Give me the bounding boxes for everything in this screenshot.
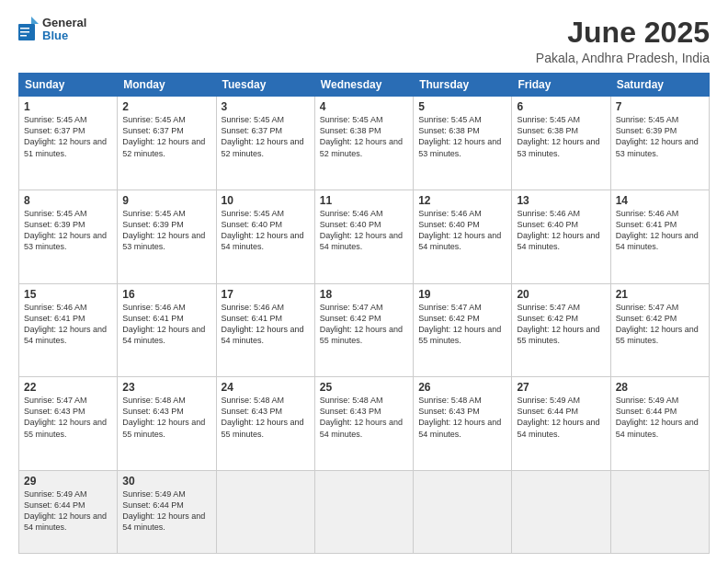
day-info: Sunrise: 5:45 AM Sunset: 6:39 PM Dayligh… <box>24 208 112 253</box>
day-number: 18 <box>320 288 408 301</box>
day-info: Sunrise: 5:48 AM Sunset: 6:43 PM Dayligh… <box>418 395 506 440</box>
day-info: Sunrise: 5:45 AM Sunset: 6:37 PM Dayligh… <box>122 114 210 159</box>
title-area: June 2025 Pakala, Andhra Pradesh, India <box>536 17 710 65</box>
daylight-label: Daylight: 12 hours and 55 minutes. <box>122 418 205 438</box>
daylight-label: Daylight: 12 hours and 53 minutes. <box>616 137 699 157</box>
sunset-label: Sunset: 6:40 PM <box>222 220 283 229</box>
sunset-label: Sunset: 6:42 PM <box>517 314 578 323</box>
calendar-cell: 4 Sunrise: 5:45 AM Sunset: 6:38 PM Dayli… <box>314 97 413 190</box>
day-number: 13 <box>517 194 605 207</box>
sunset-label: Sunset: 6:39 PM <box>122 220 184 229</box>
day-number: 14 <box>616 194 704 207</box>
daylight-label: Daylight: 12 hours and 55 minutes. <box>320 325 403 345</box>
calendar-cell: 19 Sunrise: 5:47 AM Sunset: 6:42 PM Dayl… <box>414 283 512 377</box>
day-number: 27 <box>517 381 605 394</box>
calendar-cell: 26 Sunrise: 5:48 AM Sunset: 6:43 PM Dayl… <box>414 377 512 471</box>
daylight-label: Daylight: 12 hours and 52 minutes. <box>122 137 205 157</box>
daylight-label: Daylight: 12 hours and 54 minutes. <box>616 231 699 251</box>
calendar-week-4: 22 Sunrise: 5:47 AM Sunset: 6:43 PM Dayl… <box>19 377 710 471</box>
daylight-label: Daylight: 12 hours and 52 minutes. <box>222 137 304 157</box>
day-info: Sunrise: 5:49 AM Sunset: 6:44 PM Dayligh… <box>24 488 112 534</box>
day-number: 29 <box>24 475 112 488</box>
sunset-label: Sunset: 6:43 PM <box>418 407 480 416</box>
daylight-label: Daylight: 12 hours and 54 minutes. <box>616 418 699 438</box>
sunset-label: Sunset: 6:38 PM <box>320 126 381 135</box>
logo-line2: Blue <box>42 29 86 42</box>
calendar-cell <box>512 470 610 553</box>
daylight-label: Daylight: 12 hours and 55 minutes. <box>418 325 501 345</box>
daylight-label: Daylight: 12 hours and 53 minutes. <box>122 231 205 251</box>
sunrise-label: Sunrise: 5:49 AM <box>24 489 87 499</box>
day-number: 22 <box>24 381 112 394</box>
calendar-cell: 30 Sunrise: 5:49 AM Sunset: 6:44 PM Dayl… <box>118 470 216 553</box>
daylight-label: Daylight: 12 hours and 54 minutes. <box>517 418 599 438</box>
calendar-cell: 28 Sunrise: 5:49 AM Sunset: 6:44 PM Dayl… <box>610 377 709 471</box>
daylight-label: Daylight: 12 hours and 54 minutes. <box>222 325 304 345</box>
sunrise-label: Sunrise: 5:46 AM <box>517 209 580 218</box>
day-info: Sunrise: 5:45 AM Sunset: 6:39 PM Dayligh… <box>122 208 210 253</box>
day-info: Sunrise: 5:46 AM Sunset: 6:41 PM Dayligh… <box>122 302 210 347</box>
sunset-label: Sunset: 6:43 PM <box>320 407 381 416</box>
daylight-label: Daylight: 12 hours and 55 minutes. <box>24 418 107 438</box>
sunset-label: Sunset: 6:40 PM <box>418 220 480 229</box>
day-info: Sunrise: 5:47 AM Sunset: 6:42 PM Dayligh… <box>616 302 704 347</box>
day-number: 11 <box>320 194 408 207</box>
calendar-week-5: 29 Sunrise: 5:49 AM Sunset: 6:44 PM Dayl… <box>19 470 710 553</box>
sunset-label: Sunset: 6:43 PM <box>122 407 184 416</box>
sunrise-label: Sunrise: 5:45 AM <box>122 209 186 218</box>
sunrise-label: Sunrise: 5:46 AM <box>222 303 285 312</box>
col-thursday: Thursday <box>414 74 512 97</box>
calendar-cell <box>610 470 709 553</box>
daylight-label: Daylight: 12 hours and 54 minutes. <box>122 325 205 345</box>
sunset-label: Sunset: 6:37 PM <box>24 126 85 135</box>
daylight-label: Daylight: 12 hours and 54 minutes. <box>222 231 304 251</box>
col-friday: Friday <box>512 74 610 97</box>
sunrise-label: Sunrise: 5:46 AM <box>418 209 482 218</box>
day-info: Sunrise: 5:49 AM Sunset: 6:44 PM Dayligh… <box>616 395 704 440</box>
calendar-cell <box>216 470 314 553</box>
day-number: 4 <box>320 100 408 113</box>
sunrise-label: Sunrise: 5:48 AM <box>222 396 285 405</box>
sunrise-label: Sunrise: 5:48 AM <box>320 396 383 405</box>
month-title: June 2025 <box>536 17 710 49</box>
day-info: Sunrise: 5:46 AM Sunset: 6:40 PM Dayligh… <box>320 208 408 253</box>
day-info: Sunrise: 5:47 AM Sunset: 6:42 PM Dayligh… <box>320 302 408 347</box>
calendar-week-3: 15 Sunrise: 5:46 AM Sunset: 6:41 PM Dayl… <box>19 283 710 377</box>
sunrise-label: Sunrise: 5:45 AM <box>24 209 87 218</box>
sunset-label: Sunset: 6:40 PM <box>320 220 381 229</box>
daylight-label: Daylight: 12 hours and 54 minutes. <box>24 325 107 345</box>
sunrise-label: Sunrise: 5:46 AM <box>122 303 186 312</box>
sunrise-label: Sunrise: 5:45 AM <box>616 115 679 124</box>
svg-rect-3 <box>20 31 29 33</box>
calendar-cell: 20 Sunrise: 5:47 AM Sunset: 6:42 PM Dayl… <box>512 283 610 377</box>
sunrise-label: Sunrise: 5:45 AM <box>122 115 186 124</box>
col-sunday: Sunday <box>19 74 118 97</box>
calendar-week-1: 1 Sunrise: 5:45 AM Sunset: 6:37 PM Dayli… <box>19 97 710 190</box>
sunset-label: Sunset: 6:41 PM <box>122 314 184 323</box>
sunrise-label: Sunrise: 5:45 AM <box>222 115 285 124</box>
sunrise-label: Sunrise: 5:47 AM <box>616 303 679 312</box>
sunset-label: Sunset: 6:39 PM <box>616 126 677 135</box>
day-number: 6 <box>517 100 605 113</box>
sunrise-label: Sunrise: 5:47 AM <box>517 303 580 312</box>
day-number: 28 <box>616 381 704 394</box>
day-info: Sunrise: 5:46 AM Sunset: 6:41 PM Dayligh… <box>222 302 310 347</box>
svg-rect-2 <box>20 28 29 29</box>
day-number: 8 <box>24 194 112 207</box>
sunset-label: Sunset: 6:37 PM <box>122 126 184 135</box>
calendar-cell: 23 Sunrise: 5:48 AM Sunset: 6:43 PM Dayl… <box>118 377 216 471</box>
calendar-cell <box>314 470 413 553</box>
calendar-cell: 3 Sunrise: 5:45 AM Sunset: 6:37 PM Dayli… <box>216 97 314 190</box>
day-number: 12 <box>418 194 506 207</box>
calendar-cell: 18 Sunrise: 5:47 AM Sunset: 6:42 PM Dayl… <box>314 283 413 377</box>
sunset-label: Sunset: 6:41 PM <box>616 220 677 229</box>
daylight-label: Daylight: 12 hours and 51 minutes. <box>24 137 107 157</box>
day-info: Sunrise: 5:45 AM Sunset: 6:37 PM Dayligh… <box>24 114 112 159</box>
sunrise-label: Sunrise: 5:45 AM <box>517 115 580 124</box>
logo-text: General Blue <box>42 17 86 43</box>
calendar-cell: 9 Sunrise: 5:45 AM Sunset: 6:39 PM Dayli… <box>118 190 216 283</box>
sunrise-label: Sunrise: 5:45 AM <box>320 115 383 124</box>
daylight-label: Daylight: 12 hours and 54 minutes. <box>24 511 107 532</box>
sunrise-label: Sunrise: 5:45 AM <box>418 115 482 124</box>
sunset-label: Sunset: 6:37 PM <box>222 126 283 135</box>
